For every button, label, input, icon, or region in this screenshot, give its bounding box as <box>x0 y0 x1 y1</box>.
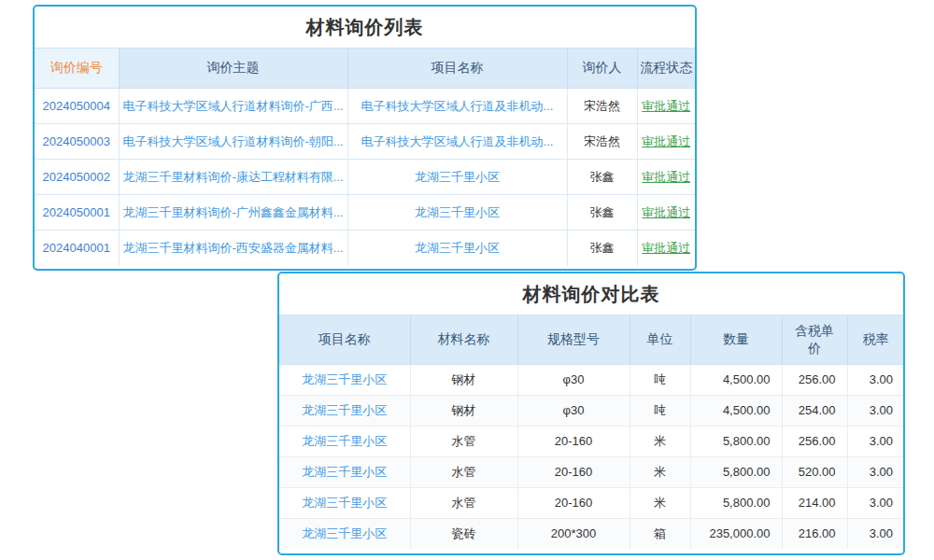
inquiry-subject-link[interactable]: 电子科技大学区域人行道材料询价-广西... <box>123 99 344 113</box>
unit: 米 <box>630 487 690 518</box>
comparison-table-panel: 材料询价对比表 项目名称 材料名称 规格型号 单位 数量 含税单价 税率 龙湖三… <box>277 272 905 555</box>
unit: 米 <box>630 456 690 487</box>
col-header-tax-rate: 税率 <box>847 315 904 364</box>
table-row: 龙湖三千里小区 钢材 φ30 吨 4,500.00 256.00 3.00 <box>279 364 904 395</box>
inquiry-subject-link[interactable]: 龙湖三千里材料询价-广州鑫鑫金属材料... <box>123 205 344 219</box>
inquirer-name: 宋浩然 <box>584 134 620 148</box>
col-header-inquiry-code[interactable]: 询价编号 <box>35 49 119 89</box>
quantity: 4,500.00 <box>690 364 782 395</box>
quantity: 5,800.00 <box>690 456 782 487</box>
project-name-link[interactable]: 龙湖三千里小区 <box>302 434 387 448</box>
quantity: 4,500.00 <box>690 395 782 426</box>
unit: 米 <box>630 426 690 456</box>
table-row: 龙湖三千里小区 水管 20-160 米 5,800.00 214.00 3.00 <box>279 487 904 518</box>
table-row: 2024050004 电子科技大学区域人行道材料询价-广西... 电子科技大学区… <box>35 89 695 124</box>
tax-incl-price: 520.00 <box>782 456 847 487</box>
table-row: 龙湖三千里小区 钢材 φ30 吨 4,500.00 254.00 3.00 <box>279 395 904 426</box>
inquiry-code-link[interactable]: 2024050003 <box>43 134 110 148</box>
unit: 箱 <box>630 518 690 549</box>
project-name-link[interactable]: 龙湖三千里小区 <box>302 496 387 510</box>
quantity: 5,800.00 <box>690 487 782 518</box>
project-name-link[interactable]: 龙湖三千里小区 <box>302 372 387 386</box>
inquirer-name: 宋浩然 <box>584 99 620 113</box>
inquiry-code-link[interactable]: 2024050004 <box>43 99 110 113</box>
spec-model: 20-160 <box>517 456 630 487</box>
spec-model: φ30 <box>517 364 630 395</box>
col-header-quantity: 数量 <box>690 315 782 364</box>
col-header-project-name: 项目名称 <box>279 315 410 364</box>
project-name-link[interactable]: 龙湖三千里小区 <box>415 205 500 219</box>
material-name: 钢材 <box>410 395 517 426</box>
col-header-inquirer[interactable]: 询价人 <box>567 49 637 89</box>
spec-model: 200*300 <box>517 518 630 549</box>
unit: 吨 <box>630 395 690 426</box>
inquiry-subject-link[interactable]: 龙湖三千里材料询价-康达工程材料有限... <box>123 170 344 184</box>
tax-incl-price: 214.00 <box>782 487 847 518</box>
tax-rate: 3.00 <box>847 426 904 456</box>
comparison-table: 项目名称 材料名称 规格型号 单位 数量 含税单价 税率 龙湖三千里小区 钢材 … <box>279 315 904 549</box>
project-name-link[interactable]: 电子科技大学区域人行道及非机动... <box>361 134 554 148</box>
inquiry-code-link[interactable]: 2024050001 <box>43 205 110 219</box>
inquirer-name: 张鑫 <box>590 241 615 255</box>
tax-incl-price: 254.00 <box>782 395 847 426</box>
status-link[interactable]: 审批通过 <box>642 241 690 255</box>
tax-incl-price: 256.00 <box>782 364 847 395</box>
material-name: 水管 <box>410 456 517 487</box>
col-header-unit: 单位 <box>630 315 690 364</box>
status-link[interactable]: 审批通过 <box>642 99 690 113</box>
quantity: 5,800.00 <box>690 426 782 456</box>
table-row: 2024040001 龙湖三千里材料询价-西安盛器金属材料... 龙湖三千里小区… <box>35 231 695 266</box>
tax-incl-price: 216.00 <box>782 518 847 549</box>
status-link[interactable]: 审批通过 <box>642 134 690 148</box>
tax-rate: 3.00 <box>847 487 904 518</box>
project-name-link[interactable]: 龙湖三千里小区 <box>415 241 500 255</box>
tax-rate: 3.00 <box>847 364 904 395</box>
table-row: 2024050001 龙湖三千里材料询价-广州鑫鑫金属材料... 龙湖三千里小区… <box>35 195 695 231</box>
inquiry-list-panel: 材料询价列表 询价编号 询价主题 项目名称 询价人 流程状态 202405000… <box>33 5 697 271</box>
table-row: 龙湖三千里小区 水管 20-160 米 5,800.00 520.00 3.00 <box>279 456 904 487</box>
tax-rate: 3.00 <box>847 456 904 487</box>
col-header-project-name[interactable]: 项目名称 <box>347 49 567 89</box>
table-row: 龙湖三千里小区 水管 20-160 米 5,800.00 256.00 3.00 <box>279 426 904 456</box>
comparison-table-title: 材料询价对比表 <box>279 273 903 315</box>
project-name-link[interactable]: 电子科技大学区域人行道及非机动... <box>361 99 554 113</box>
quantity: 235,000.00 <box>690 518 782 549</box>
unit: 吨 <box>630 364 690 395</box>
inquiry-subject-link[interactable]: 电子科技大学区域人行道材料询价-朝阳... <box>123 134 344 148</box>
inquirer-name: 张鑫 <box>590 205 615 219</box>
status-link[interactable]: 审批通过 <box>642 205 690 219</box>
inquiry-list-title: 材料询价列表 <box>35 7 695 49</box>
inquiry-list-table: 询价编号 询价主题 项目名称 询价人 流程状态 2024050004 电子科技大… <box>35 49 695 266</box>
col-header-spec-model: 规格型号 <box>517 315 630 364</box>
col-header-inquiry-subject[interactable]: 询价主题 <box>119 49 347 89</box>
inquiry-list-header-row: 询价编号 询价主题 项目名称 询价人 流程状态 <box>35 49 695 89</box>
inquiry-subject-link[interactable]: 龙湖三千里材料询价-西安盛器金属材料... <box>123 241 344 255</box>
col-header-process-status[interactable]: 流程状态 <box>637 49 695 89</box>
col-header-tax-incl-price: 含税单价 <box>782 315 847 364</box>
material-name: 瓷砖 <box>410 518 517 549</box>
inquiry-code-link[interactable]: 2024050002 <box>43 170 110 184</box>
col-header-material-name: 材料名称 <box>410 315 517 364</box>
tax-rate: 3.00 <box>847 518 904 549</box>
project-name-link[interactable]: 龙湖三千里小区 <box>415 170 500 184</box>
tax-rate: 3.00 <box>847 395 904 426</box>
inquirer-name: 张鑫 <box>590 170 615 184</box>
spec-model: 20-160 <box>517 487 630 518</box>
spec-model: φ30 <box>517 395 630 426</box>
project-name-link[interactable]: 龙湖三千里小区 <box>302 526 387 540</box>
material-name: 水管 <box>410 426 517 456</box>
material-name: 钢材 <box>410 364 517 395</box>
comparison-header-row: 项目名称 材料名称 规格型号 单位 数量 含税单价 税率 <box>279 315 904 364</box>
table-row: 2024050002 龙湖三千里材料询价-康达工程材料有限... 龙湖三千里小区… <box>35 160 695 195</box>
spec-model: 20-160 <box>517 426 630 456</box>
table-row: 2024050003 电子科技大学区域人行道材料询价-朝阳... 电子科技大学区… <box>35 124 695 160</box>
tax-incl-price: 256.00 <box>782 426 847 456</box>
project-name-link[interactable]: 龙湖三千里小区 <box>302 403 387 417</box>
status-link[interactable]: 审批通过 <box>642 170 690 184</box>
project-name-link[interactable]: 龙湖三千里小区 <box>302 465 387 479</box>
table-row: 龙湖三千里小区 瓷砖 200*300 箱 235,000.00 216.00 3… <box>279 518 904 549</box>
material-name: 水管 <box>410 487 517 518</box>
inquiry-code-link[interactable]: 2024040001 <box>43 241 110 255</box>
